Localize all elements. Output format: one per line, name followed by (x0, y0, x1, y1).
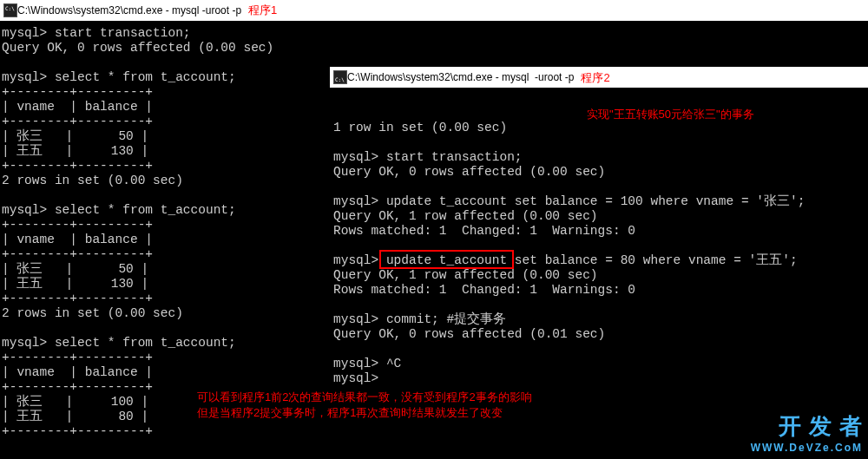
watermark-en: WWW.DeVZe.CoM (751, 442, 863, 454)
window2-title: C:\Windows\system32\cmd.exe - mysql -uro… (347, 70, 574, 85)
annotation-bottom: 可以看到程序1前2次的查询结果都一致，没有受到程序2事务的影响 但是当程序2提交… (197, 390, 532, 421)
highlight-commit (379, 250, 514, 269)
cmd-icon (333, 70, 347, 84)
watermark: 开 发 者 WWW.DeVZe.CoM (751, 411, 863, 454)
terminal-left-content: mysql> start transaction; Query OK, 0 ro… (2, 26, 273, 438)
annotation-bottom-line1: 可以看到程序1前2次的查询结果都一致，没有受到程序2事务的影响 (197, 390, 532, 405)
annotation-top: 实现"王五转账50元给张三"的事务 (587, 107, 754, 122)
cmd-icon (3, 3, 17, 17)
window1-title: C:\Windows\system32\cmd.exe - mysql -uro… (17, 4, 241, 16)
annotation-bottom-line2: 但是当程序2提交事务时，程序1再次查询时结果就发生了改变 (197, 405, 532, 421)
window1-titlebar[interactable]: C:\Windows\system32\cmd.exe - mysql -uro… (0, 0, 868, 21)
window2-titlebar[interactable]: C:\Windows\system32\cmd.exe - mysql -uro… (330, 67, 868, 88)
watermark-zh: 开 发 者 (751, 411, 863, 442)
window1-label: 程序1 (248, 3, 277, 18)
window2-label: 程序2 (581, 70, 609, 85)
